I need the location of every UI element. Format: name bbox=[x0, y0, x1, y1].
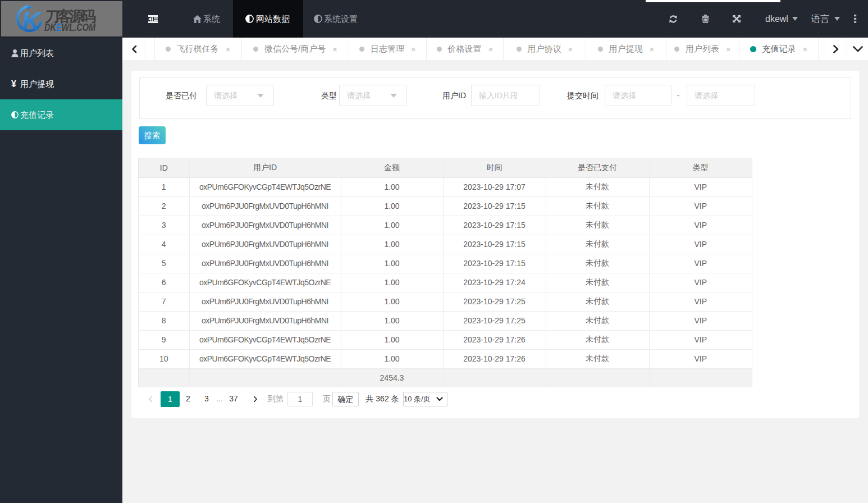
svg-text:K: K bbox=[22, 7, 42, 35]
svg-text:DKEWL.COM: DKEWL.COM bbox=[44, 21, 96, 33]
